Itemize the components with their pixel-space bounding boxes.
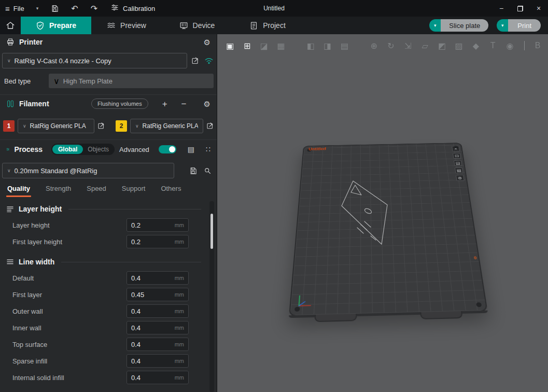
outer-wall-line-width-input[interactable]: 0.4 mm [127,304,189,318]
variable-layer-height-icon[interactable]: ▤ [338,38,352,53]
slice-options-chevron-icon[interactable]: ▾ [429,19,441,32]
setting-value: 0.4 [131,274,175,282]
print-button[interactable]: Print [508,19,541,32]
edit-filament-1-icon[interactable] [97,122,106,130]
plate-name-edit-icon[interactable]: ▤ [454,160,462,166]
parameter-table-icon[interactable]: ▤ [188,146,194,153]
edit-printer-icon[interactable] [191,57,200,65]
printer-preset-select[interactable]: ∨ RatRig V-Cast 0.4 nozzle - Copy [2,53,187,68]
lock-plate-icon[interactable]: ▧ [455,167,463,173]
minimize-button[interactable]: − [492,0,511,17]
filament-2-select[interactable]: ∨ RatRig Generic PLA [130,119,203,133]
layer-height-input[interactable]: 0.2 mm [127,218,189,232]
setting-row: Internal solid infill 0.4 mm [0,369,217,386]
save-preset-icon[interactable] [189,167,197,175]
top-surface-line-width-input[interactable]: 0.4 mm [127,338,189,351]
filament-1-color-badge[interactable]: 1 [3,120,15,132]
assembly-view-icon[interactable]: B [531,38,544,53]
arrange-plate-icon[interactable]: ⊞ [241,38,254,53]
process-icon [6,145,10,153]
printer-preset-value: RatRig V-Cast 0.4 nozzle - Copy [15,57,111,65]
bed-type-select[interactable]: ∨ High Temp Plate [49,74,214,88]
printer-settings-gear-icon[interactable]: ⚙ [204,38,210,46]
process-preset-select[interactable]: ∨ 0.20mm Standard @RatRig [2,163,174,178]
advanced-toggle[interactable] [159,145,176,153]
plate-name-label: Untitled [308,147,326,151]
add-plate-icon[interactable]: ▣ [223,38,237,53]
flushing-volumes-button[interactable]: Flushing volumes [91,99,148,109]
calibration-menu[interactable]: Calibration [111,4,155,13]
scope-global-button[interactable]: Global [52,145,83,154]
auto-orient-icon[interactable]: ◪ [258,38,271,53]
close-plate-icon[interactable]: × [452,146,460,152]
printer-section-header: Printer ⚙ [0,34,217,50]
file-menu[interactable]: File [13,5,24,12]
tab-prepare[interactable]: Prepare [21,17,91,34]
first-layer-line-width-input[interactable]: 0.45 mm [127,288,189,301]
seam-paint-icon[interactable]: ◆ [469,38,483,53]
undo-icon[interactable]: ↶ [71,4,78,13]
tab-strength[interactable]: Strength [46,185,71,197]
default-line-width-input[interactable]: 0.4 mm [127,271,189,285]
maximize-button[interactable] [511,0,529,17]
split-to-parts-icon[interactable]: ◨ [321,38,334,53]
move-icon[interactable]: ⊕ [367,38,381,53]
filament-section-header: Filament Flushing volumes + − ⚙ [0,95,217,113]
inner-wall-line-width-input[interactable]: 0.4 mm [127,321,189,334]
settings-scrollbar[interactable] [209,201,214,392]
setting-label: Outer wall [12,307,127,315]
add-filament-button[interactable]: + [162,100,167,108]
text-tool-icon[interactable]: T [486,38,500,53]
rotate-icon[interactable]: ↻ [384,38,398,53]
remove-filament-button[interactable]: − [181,100,187,108]
tab-speed[interactable]: Speed [87,185,106,197]
redo-icon[interactable]: ↷ [91,4,97,13]
setting-row: Layer height 0.2 mm [0,217,217,233]
build-plate[interactable]: Untitled 0 × ⊟ ▤ ▧ ⚙ [289,143,488,316]
scene-3d[interactable]: Untitled 0 × ⊟ ▤ ▧ ⚙ [217,34,548,392]
menu-icon[interactable]: ≡ [5,4,10,13]
edit-filament-2-icon[interactable] [206,122,215,130]
split-to-objects-icon[interactable]: ◧ [304,38,317,53]
filament-2-color-badge[interactable]: 2 [116,120,127,132]
scale-icon[interactable]: ⇲ [401,38,415,53]
setting-label: Inner wall [12,324,127,332]
first-layer-height-input[interactable]: 0.2 mm [127,235,189,248]
tab-project[interactable]: Project [232,17,303,34]
wifi-connection-icon[interactable] [204,57,214,65]
print-options-chevron-icon[interactable]: ▾ [497,19,508,32]
tab-preview[interactable]: Preview [91,17,162,34]
color-paint-icon[interactable]: ◉ [503,38,516,53]
setting-label: Layer height [12,221,127,229]
filament-settings-gear-icon[interactable]: ⚙ [204,100,210,108]
layer-height-group-header: Layer height [0,200,217,217]
advanced-label: Advanced [119,146,149,153]
plate-gear-icon[interactable]: ⚙ [456,175,465,181]
internal-solid-infill-line-width-input[interactable]: 0.4 mm [127,371,189,384]
bed-type-label: Bed type [4,77,44,85]
file-chevron-icon[interactable]: ▾ [36,6,39,11]
viewport-3d[interactable]: ▣ ⊞ ◪ ▦ ◧ ◨ ▤ ⊕ ↻ ⇲ ▱ ◩ ▨ ◆ T ◉ B [217,34,548,392]
plate-settings-icon[interactable]: ⊟ [453,153,461,159]
tab-prepare-label: Prepare [49,21,76,30]
tab-support[interactable]: Support [122,185,146,197]
search-icon[interactable] [204,167,212,175]
objects-list-icon[interactable]: ∷ [206,146,210,153]
flatten-icon[interactable]: ▱ [418,38,432,53]
scope-objects-button[interactable]: Objects [83,145,114,154]
tab-device[interactable]: Device [162,17,232,34]
arrange-objects-icon[interactable]: ▦ [274,38,288,53]
sparse-infill-line-width-input[interactable]: 0.4 mm [127,354,189,368]
scrollbar-thumb[interactable] [210,214,213,249]
close-button[interactable]: × [529,0,548,17]
save-icon[interactable] [51,5,59,12]
filament-1-select[interactable]: ∨ RatRig Generic PLA [18,119,94,133]
tab-quality[interactable]: Quality [7,185,30,197]
toolbar-separator [524,41,525,50]
slice-plate-button[interactable]: Slice plate [441,19,488,32]
setting-value: 0.2 [131,238,175,246]
cut-icon[interactable]: ◩ [435,38,448,53]
tab-others[interactable]: Others [161,185,181,197]
support-paint-icon[interactable]: ▨ [452,38,466,53]
home-button[interactable] [0,17,21,34]
